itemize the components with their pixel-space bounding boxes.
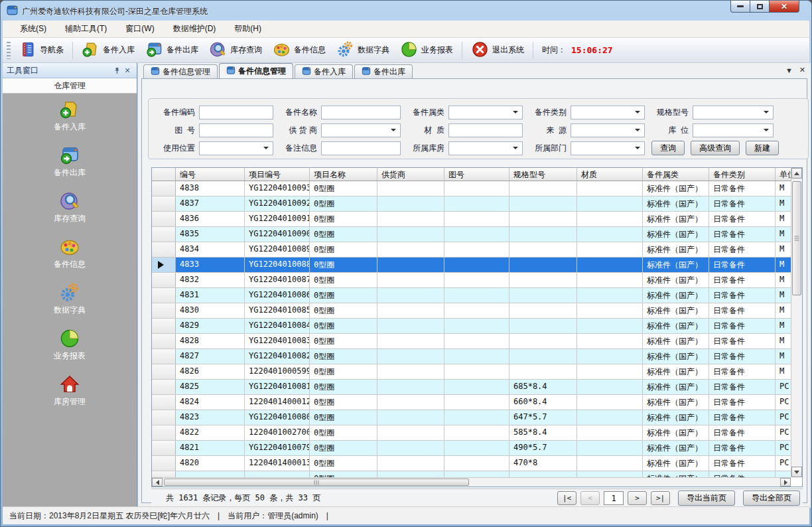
table-row[interactable]: 4832YG122040100870型圈标准件（国产）日常备件M <box>152 273 791 288</box>
row-selector-cell[interactable] <box>152 349 176 364</box>
col-header-unit[interactable]: 单位 <box>776 168 791 181</box>
toolbar-button-inventory-query[interactable]: 库存查询 <box>204 38 267 62</box>
col-header-supplier[interactable]: 供货商 <box>377 168 444 181</box>
horizontal-scroll-thumb[interactable] <box>164 479 469 486</box>
horizontal-scrollbar[interactable] <box>152 477 791 487</box>
part-code-input[interactable] <box>199 106 273 119</box>
new-button[interactable]: 新建 <box>746 141 779 155</box>
prev-page-button[interactable]: < <box>580 491 600 505</box>
row-selector-cell[interactable] <box>152 196 176 211</box>
menu-item-0[interactable]: 系统(S) <box>12 21 54 37</box>
export-current-page-button[interactable]: 导出当前页 <box>678 490 735 506</box>
row-selector-cell[interactable] <box>152 303 176 318</box>
location-select[interactable] <box>693 123 774 137</box>
col-header-category[interactable]: 备件类别 <box>709 168 776 181</box>
first-page-button[interactable]: |< <box>557 491 576 505</box>
table-row[interactable]: 4837YG122040100920型圈标准件（国产）日常备件M <box>152 196 791 212</box>
vertical-scroll-thumb[interactable] <box>792 181 801 295</box>
tab-close-icon[interactable]: ✕ <box>799 66 805 74</box>
menu-item-3[interactable]: 数据维护(D) <box>165 21 224 37</box>
col-header-id[interactable]: 编号 <box>176 168 245 181</box>
row-selector-cell[interactable] <box>152 288 176 303</box>
export-all-pages-button[interactable]: 导出全部页 <box>743 490 800 506</box>
row-selector-cell[interactable] <box>152 364 176 379</box>
table-row[interactable]: 4836YG122040100910型圈标准件（国产）日常备件M <box>152 212 791 227</box>
part-cat-select[interactable] <box>571 106 645 119</box>
row-selector-cell[interactable] <box>152 456 176 471</box>
menu-item-2[interactable]: 窗口(W) <box>117 21 162 37</box>
menu-item-4[interactable]: 帮助(H) <box>226 21 269 37</box>
row-selector-cell[interactable] <box>152 319 176 333</box>
drawing-no-input[interactable] <box>199 123 273 137</box>
toolbar-button-data-dictionary[interactable]: 数据字典 <box>331 38 395 62</box>
row-selector-cell[interactable] <box>152 471 176 477</box>
col-header-material[interactable]: 材质 <box>577 168 643 181</box>
sidebar-close-icon[interactable]: ✕ <box>122 65 133 76</box>
toolbar-button-parts-inbound[interactable]: 备件入库 <box>76 38 140 62</box>
page-number-input[interactable] <box>604 491 624 505</box>
table-row[interactable]: 482412204014000120型圈660*8.4标准件（国产）日常备件PC <box>152 395 791 410</box>
table-row[interactable]: 4838YG122040100930型圈标准件（国产）日常备件M <box>152 181 791 196</box>
toolbar-button-business-report[interactable]: 业务报表 <box>395 38 458 62</box>
col-header-project-code[interactable]: 项目编号 <box>245 168 310 181</box>
row-selector-cell[interactable] <box>152 242 176 257</box>
row-selector-cell[interactable] <box>152 181 176 196</box>
maximize-button[interactable] <box>750 1 770 13</box>
tab-parts-outbound[interactable]: 备件出库 <box>354 64 413 79</box>
department-select[interactable] <box>571 141 645 155</box>
tab-parts-info-management-2[interactable]: 备件信息管理 <box>219 63 293 79</box>
minimize-button[interactable] <box>730 1 750 13</box>
table-row[interactable]: 4821YG122040100790型圈490*5.7标准件（国产）日常备件PC <box>152 441 791 456</box>
title-bar[interactable]: 广州爱奇迪软件科技有限公司-深田之星仓库管理系统 ✕ <box>1 1 811 21</box>
table-row[interactable]: 4823YG122040100800型圈647*5.7标准件（国产）日常备件PC <box>152 410 791 425</box>
remark-input[interactable] <box>321 141 401 155</box>
scroll-right-button[interactable] <box>780 478 791 487</box>
use-position-select[interactable] <box>199 141 273 155</box>
row-selector-cell[interactable] <box>152 227 176 242</box>
table-row-partial[interactable]: 0型圈标准件（国产）日常备件 <box>152 471 791 477</box>
sidebar-item-parts-inbound[interactable]: 备件入库 <box>3 99 137 133</box>
table-row[interactable]: 4834YG122040100890型圈标准件（国产）日常备件M <box>152 242 791 258</box>
table-row[interactable]: 4831YG122040100860型圈标准件（国产）日常备件M <box>152 288 791 303</box>
col-header-project-name[interactable]: 项目名称 <box>310 168 377 181</box>
sidebar-item-data-dictionary[interactable]: 数据字典 <box>3 282 137 316</box>
advanced-query-button[interactable]: 高级查询 <box>691 141 740 155</box>
row-selector-cell[interactable] <box>152 441 176 455</box>
source-select[interactable] <box>571 123 645 137</box>
table-row[interactable]: 4829YG122040100840型圈标准件（国产）日常备件M <box>152 319 791 334</box>
table-row[interactable]: 482612204010005990型圈标准件（国产）日常备件M <box>152 364 791 380</box>
row-selector-cell[interactable] <box>152 334 176 348</box>
table-row[interactable]: 4825YG122040100810型圈685*8.4标准件（国产）日常备件PC <box>152 380 791 395</box>
row-selector-cell[interactable] <box>152 410 176 425</box>
table-row[interactable]: 482012204014000130型圈470*8标准件（国产）日常备件PC <box>152 456 791 471</box>
warehouse-select[interactable] <box>448 141 523 155</box>
toolbar-button-parts-info[interactable]: 备件信息 <box>267 38 331 62</box>
toolbar-button-parts-outbound[interactable]: 备件出库 <box>140 38 204 62</box>
toolbar-grip[interactable] <box>7 42 11 59</box>
sidebar-item-inventory-query[interactable]: 库存查询 <box>3 190 137 224</box>
row-selector-cell[interactable] <box>152 425 176 440</box>
scroll-up-button[interactable] <box>791 168 802 179</box>
part-attr-select[interactable] <box>448 106 523 119</box>
table-row[interactable]: 4835YG122040100900型圈标准件（国产）日常备件M <box>152 227 791 242</box>
sidebar-item-parts-info[interactable]: 备件信息 <box>3 236 137 270</box>
pin-icon[interactable] <box>111 65 122 76</box>
row-selector-cell[interactable] <box>152 258 176 272</box>
menu-item-1[interactable]: 辅助工具(T) <box>57 21 115 37</box>
table-row[interactable]: 4827YG122040100820型圈标准件（国产）日常备件M <box>152 349 791 364</box>
row-selector-cell[interactable] <box>152 273 176 287</box>
col-header-spec[interactable]: 规格型号 <box>509 168 577 181</box>
row-selector-cell[interactable] <box>152 395 176 410</box>
tab-parts-info-management-1[interactable]: 备件信息管理 <box>143 64 218 79</box>
row-selector-cell[interactable] <box>152 380 176 394</box>
table-row[interactable]: 4830YG122040100850型圈标准件（国产）日常备件M <box>152 303 791 319</box>
sidebar-item-parts-outbound[interactable]: 备件出库 <box>3 145 137 179</box>
table-row[interactable]: 482212204010027000型圈585*8.4标准件（国产）日常备件PC <box>152 425 791 441</box>
scroll-left-button[interactable] <box>152 478 163 487</box>
table-row[interactable]: 4828YG122040100830型圈标准件（国产）日常备件M <box>152 334 791 349</box>
material-input[interactable] <box>448 123 523 137</box>
part-name-input[interactable] <box>321 106 401 119</box>
vertical-scrollbar[interactable] <box>791 168 802 477</box>
scroll-down-button[interactable] <box>791 467 802 477</box>
tab-parts-inbound[interactable]: 备件入库 <box>295 64 353 79</box>
